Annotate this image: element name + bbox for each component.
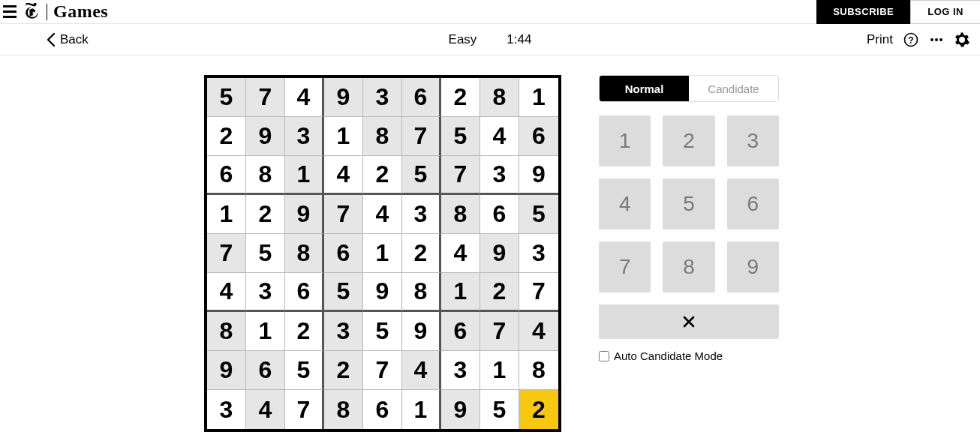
sudoku-cell[interactable]: 6 [480,195,519,234]
menu-icon[interactable] [3,4,20,20]
sudoku-cell[interactable]: 5 [441,117,480,156]
sudoku-cell[interactable]: 6 [363,390,402,429]
keypad-1[interactable]: 1 [599,116,651,166]
keypad-8[interactable]: 8 [663,242,714,292]
sudoku-cell[interactable]: 3 [285,117,324,156]
sudoku-cell[interactable]: 9 [324,78,363,117]
sudoku-cell[interactable]: 5 [363,312,402,351]
sudoku-cell[interactable]: 2 [285,312,324,351]
sudoku-cell[interactable]: 3 [324,312,363,351]
sudoku-cell[interactable]: 7 [402,117,441,156]
sudoku-cell[interactable]: 5 [402,156,441,195]
sudoku-cell[interactable]: 9 [363,273,402,312]
keypad-6[interactable]: 6 [727,178,779,230]
sudoku-cell[interactable]: 4 [324,156,363,195]
sudoku-cell[interactable]: 1 [519,78,558,117]
sudoku-cell[interactable]: 8 [441,195,480,234]
mode-normal-button[interactable]: Normal [600,76,689,101]
keypad-3[interactable]: 3 [727,116,779,166]
mode-candidate-button[interactable]: Candidate [689,76,778,101]
sudoku-cell[interactable]: 3 [480,156,519,195]
sudoku-cell[interactable]: 2 [480,273,519,312]
subscribe-button[interactable]: SUBSCRIBE [816,0,910,24]
sudoku-cell[interactable]: 6 [207,156,246,195]
sudoku-cell[interactable]: 8 [246,156,285,195]
sudoku-cell[interactable]: 4 [519,312,558,351]
sudoku-cell[interactable]: 2 [207,117,246,156]
sudoku-cell[interactable]: 6 [285,273,324,312]
keypad-2[interactable]: 2 [663,116,714,166]
sudoku-cell[interactable]: 8 [285,234,324,273]
sudoku-cell[interactable]: 9 [285,195,324,234]
erase-button[interactable] [599,304,779,339]
settings-icon[interactable] [954,32,969,47]
sudoku-cell[interactable]: 1 [285,156,324,195]
sudoku-cell[interactable]: 9 [402,312,441,351]
keypad-5[interactable]: 5 [663,178,714,230]
sudoku-cell[interactable]: 9 [246,117,285,156]
login-button[interactable]: LOG IN [910,0,980,24]
sudoku-cell[interactable]: 2 [324,351,363,390]
sudoku-cell[interactable]: 9 [207,351,246,390]
sudoku-cell[interactable]: 7 [363,351,402,390]
sudoku-cell[interactable]: 4 [207,273,246,312]
sudoku-cell[interactable]: 4 [402,351,441,390]
sudoku-cell[interactable]: 7 [519,273,558,312]
brand-title[interactable]: Games [53,2,108,22]
sudoku-cell[interactable]: 7 [246,78,285,117]
sudoku-cell[interactable]: 6 [402,78,441,117]
sudoku-cell[interactable]: 1 [441,273,480,312]
sudoku-cell[interactable]: 5 [519,195,558,234]
sudoku-cell[interactable]: 2 [441,78,480,117]
sudoku-cell[interactable]: 8 [363,117,402,156]
sudoku-cell[interactable]: 4 [246,390,285,429]
sudoku-cell[interactable]: 6 [246,351,285,390]
sudoku-cell[interactable]: 5 [285,351,324,390]
back-button[interactable]: Back [47,32,89,47]
sudoku-cell[interactable]: 6 [324,234,363,273]
keypad-9[interactable]: 9 [727,242,779,292]
sudoku-cell[interactable]: 5 [207,78,246,117]
sudoku-cell[interactable]: 1 [402,390,441,429]
sudoku-cell[interactable]: 1 [480,351,519,390]
sudoku-cell[interactable]: 8 [402,273,441,312]
sudoku-cell[interactable]: 2 [402,234,441,273]
sudoku-cell[interactable]: 4 [285,78,324,117]
sudoku-cell[interactable]: 3 [246,273,285,312]
sudoku-cell[interactable]: 9 [441,390,480,429]
sudoku-cell[interactable]: 2 [519,390,558,429]
help-icon[interactable]: ? [903,32,918,47]
sudoku-cell[interactable]: 8 [324,390,363,429]
sudoku-cell[interactable]: 1 [207,195,246,234]
keypad-7[interactable]: 7 [599,242,651,292]
sudoku-cell[interactable]: 7 [441,156,480,195]
sudoku-cell[interactable]: 1 [246,312,285,351]
sudoku-cell[interactable]: 2 [246,195,285,234]
sudoku-cell[interactable]: 7 [207,234,246,273]
sudoku-cell[interactable]: 1 [363,234,402,273]
sudoku-cell[interactable]: 2 [363,156,402,195]
sudoku-cell[interactable]: 3 [207,390,246,429]
sudoku-cell[interactable]: 9 [480,234,519,273]
sudoku-cell[interactable]: 8 [207,312,246,351]
sudoku-cell[interactable]: 5 [324,273,363,312]
sudoku-cell[interactable]: 1 [324,117,363,156]
print-button[interactable]: Print [867,32,893,47]
sudoku-cell[interactable]: 3 [441,351,480,390]
sudoku-cell[interactable]: 7 [324,195,363,234]
auto-candidate-row[interactable]: Auto Candidate Mode [599,350,779,362]
sudoku-cell[interactable]: 3 [519,234,558,273]
sudoku-cell[interactable]: 6 [441,312,480,351]
sudoku-cell[interactable]: 5 [480,390,519,429]
sudoku-cell[interactable]: 8 [480,78,519,117]
sudoku-cell[interactable]: 6 [519,117,558,156]
sudoku-cell[interactable]: 7 [285,390,324,429]
sudoku-cell[interactable]: 4 [480,117,519,156]
sudoku-cell[interactable]: 3 [402,195,441,234]
sudoku-cell[interactable]: 3 [363,78,402,117]
auto-candidate-checkbox[interactable] [599,351,609,362]
sudoku-cell[interactable]: 9 [519,156,558,195]
sudoku-cell[interactable]: 4 [363,195,402,234]
sudoku-cell[interactable]: 5 [246,234,285,273]
sudoku-cell[interactable]: 7 [480,312,519,351]
